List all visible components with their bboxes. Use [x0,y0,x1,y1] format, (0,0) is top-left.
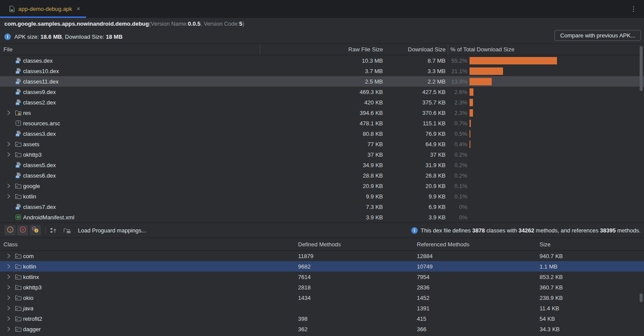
percent-bar-cell [467,87,644,97]
chevron-right-icon[interactable] [5,141,12,148]
chevron-right-icon[interactable] [5,151,12,158]
apk-size-line: i APK size: 18.6 MB, Download Size: 18 M… [4,30,644,44]
file-row[interactable]: 01classes6.dex28.8 KB26.8 KB0.2% [0,170,644,181]
file-row[interactable]: 01classes7.dex7.3 KB6.9 KB0% [0,202,644,212]
class-size: 34.3 KB [537,326,644,333]
download-size: 427.5 KB [383,89,446,95]
column-percent-of-total[interactable]: % of Total Download Size [446,46,644,53]
class-row[interactable]: kotlinx76147954853.2 KB [0,272,644,282]
chevron-right-icon[interactable] [5,326,12,333]
chevron-right-icon[interactable] [5,182,12,189]
svg-text:01: 01 [16,165,19,168]
download-percent-bar [470,141,470,148]
class-row[interactable]: dagger36236634.3 KB [0,324,644,334]
column-raw-file-size[interactable]: Raw File Size [313,46,383,53]
file-name: classes9.dex [23,89,56,95]
file-row[interactable]: assets77 KB64.9 KB0.4% [0,139,644,149]
chevron-right-icon[interactable] [5,305,12,312]
class-size: 11.4 KB [537,305,644,312]
class-name: com [23,253,34,259]
class-table-scrollbar[interactable] [640,293,643,302]
tab-app-demo-debug-apk[interactable]: app-demo-debug.apk ✕ [0,0,86,18]
class-row[interactable]: com1187912884940.7 KB [0,251,644,261]
referenced-methods: 1452 [415,295,537,301]
file-row[interactable]: 01classes.dex10.3 MB8.7 MB55.2% [0,55,644,66]
file-row[interactable]: 01classes5.dex34.9 KB31.9 KB0.2% [0,160,644,170]
file-row[interactable]: 01classes2.dex420 KB375.7 KB2.3% [0,97,644,108]
file-row[interactable]: google20.9 KB20.9 KB0.1% [0,181,644,191]
file-name: classes2.dex [23,99,56,106]
file-row[interactable]: 01classes10.dex3.7 MB3.3 MB21.1% [0,66,644,76]
column-divider[interactable] [260,44,260,55]
chevron-right-icon[interactable] [5,284,12,291]
folder-ab-icon[interactable]: a.b [63,227,71,234]
svg-text:01: 01 [16,81,19,84]
column-download-size[interactable]: Download Size [383,46,446,53]
dex-icon: 01 [15,67,22,74]
file-name-cell: res [0,108,313,118]
file-name: classes5.dex [23,162,56,168]
class-name-cell: com [0,251,296,261]
file-table-header[interactable]: File Raw File Size Download Size % of To… [0,44,644,55]
class-row[interactable]: okhttp328182836360.7 KB [0,282,644,292]
apk-header: com.google.samples.apps.nowinandroid.dem… [0,18,644,44]
referenced-members-icon: mf [31,226,39,235]
percent-bar-cell [467,128,644,139]
file-row[interactable]: 01classes3.dex80.8 KB76.9 KB0.5% [0,128,644,139]
show-fields-toggle[interactable]: f [4,225,16,235]
percent-bar-cell [467,191,644,202]
download-percent-bar [470,67,503,75]
chevron-right-icon[interactable] [5,294,12,301]
column-referenced-methods[interactable]: Referenced Methods [415,241,537,248]
chevron-right-icon[interactable] [5,263,12,270]
file-name-cell: 01classes6.dex [0,170,313,181]
hierarchy-up-icon[interactable] [50,227,57,234]
column-class[interactable]: Class [0,241,296,248]
column-divider[interactable] [448,44,448,55]
folder-icon [15,273,22,280]
column-file[interactable]: File [0,46,313,53]
class-name: kotlinx [23,274,39,280]
raw-file-size: 34.9 KB [313,162,383,168]
percent-bar-cell [467,149,644,160]
file-name: kotlin [23,193,36,200]
download-size: 370.6 KB [383,110,446,116]
file-row[interactable]: res394.6 KB370.6 KB2.3% [0,108,644,118]
referenced-methods: 415 [415,316,537,322]
raw-file-size: 2.5 MB [313,78,383,85]
raw-file-size: 3.9 KB [313,214,383,221]
defined-methods: 2818 [296,284,415,291]
file-name-cell: okhttp3 [0,149,313,160]
file-row[interactable]: ?resources.arsc478.1 KB115.1 KB0.7% [0,118,644,128]
chevron-right-icon[interactable] [5,252,12,259]
column-defined-methods[interactable]: Defined Methods [296,241,415,248]
file-row[interactable]: kotlin9.9 KB9.9 KB0.1% [0,191,644,202]
dex-info: i This dex file defines 3878 classes wit… [411,227,641,234]
chevron-right-icon[interactable] [5,315,12,322]
class-table-header[interactable]: Class Defined Methods Referenced Methods… [0,238,644,251]
load-proguard-mappings-link[interactable]: Load Proguard mappings... [78,227,146,234]
file-row[interactable]: 01classes11.dex2.5 MB2.2 MB13.9% [0,76,644,87]
show-methods-toggle[interactable]: m [17,225,28,235]
file-table-scrollbar[interactable] [640,46,643,91]
file-row[interactable]: 01classes9.dex469.3 KB427.5 KB2.6% [0,87,644,97]
show-referenced-toggle[interactable]: mf [30,225,41,235]
class-row[interactable]: java139111.4 KB [0,303,644,313]
compare-with-previous-apk-button[interactable]: Compare with previous APK... [554,30,641,41]
chevron-right-icon[interactable] [5,273,12,280]
class-row[interactable]: okio14341452238.9 KB [0,292,644,303]
chevron-right-icon[interactable] [5,193,12,200]
chevron-right-icon[interactable] [5,109,12,116]
class-row[interactable]: kotlin9682107491.1 MB [0,261,644,272]
file-row[interactable]: MAndroidManifest.xml3.9 KB3.9 KB0% [0,212,644,222]
file-row[interactable]: okhttp337 KB37 KB0.2% [0,149,644,160]
class-name-cell: kotlin [0,261,296,272]
download-size: 9.9 KB [383,193,446,200]
download-percent-bar [470,130,470,138]
download-percent: 55.2% [446,57,467,64]
class-row[interactable]: retrofit239841554 KB [0,313,644,324]
close-icon[interactable]: ✕ [77,6,80,12]
file-name: AndroidManifest.xml [23,214,74,221]
column-size[interactable]: Size [537,241,644,248]
kebab-menu-icon[interactable]: ⋮ [630,6,637,13]
